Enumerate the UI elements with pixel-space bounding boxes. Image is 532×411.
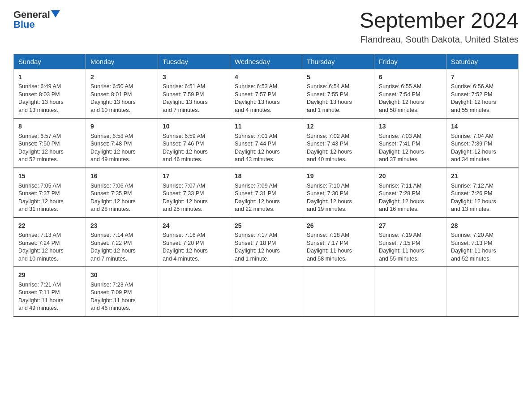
calendar-cell: 16Sunrise: 7:06 AMSunset: 7:35 PMDayligh… [86, 168, 158, 218]
calendar-cell: 27Sunrise: 7:19 AMSunset: 7:15 PMDayligh… [374, 218, 446, 267]
calendar-cell: 28Sunrise: 7:20 AMSunset: 7:13 PMDayligh… [446, 218, 519, 267]
calendar-cell: 4Sunrise: 6:53 AMSunset: 7:57 PMDaylight… [230, 69, 302, 118]
logo: General Blue [13, 9, 60, 30]
week-row-3: 15Sunrise: 7:05 AMSunset: 7:37 PMDayligh… [14, 168, 519, 218]
page-title: September 2024 [360, 9, 519, 33]
calendar-cell [158, 267, 230, 317]
logo-blue-text: Blue [13, 19, 35, 30]
header-wednesday: Wednesday [230, 54, 302, 69]
calendar-cell: 19Sunrise: 7:10 AMSunset: 7:30 PMDayligh… [302, 168, 374, 218]
calendar-cell: 21Sunrise: 7:12 AMSunset: 7:26 PMDayligh… [446, 168, 519, 218]
calendar-cell: 1Sunrise: 6:49 AMSunset: 8:03 PMDaylight… [14, 69, 86, 118]
calendar-table: Sunday Monday Tuesday Wednesday Thursday… [13, 54, 519, 317]
week-row-2: 8Sunrise: 6:57 AMSunset: 7:50 PMDaylight… [14, 118, 519, 168]
day-info: Sunrise: 7:20 AMSunset: 7:13 PMDaylight:… [451, 231, 514, 263]
day-number: 16 [90, 172, 153, 181]
calendar-cell: 3Sunrise: 6:51 AMSunset: 7:59 PMDaylight… [158, 69, 230, 118]
day-number: 5 [307, 73, 369, 82]
day-number: 3 [163, 73, 225, 82]
calendar-cell [446, 267, 519, 317]
calendar-cell: 8Sunrise: 6:57 AMSunset: 7:50 PMDaylight… [14, 118, 86, 168]
week-row-1: 1Sunrise: 6:49 AMSunset: 8:03 PMDaylight… [14, 69, 519, 118]
day-number: 10 [163, 122, 225, 131]
calendar-cell: 14Sunrise: 7:04 AMSunset: 7:39 PMDayligh… [446, 118, 519, 168]
calendar-cell: 2Sunrise: 6:50 AMSunset: 8:01 PMDaylight… [86, 69, 158, 118]
calendar-cell [374, 267, 446, 317]
header-saturday: Saturday [446, 54, 519, 69]
day-number: 18 [235, 172, 297, 181]
day-number: 9 [90, 122, 153, 131]
calendar-cell: 30Sunrise: 7:23 AMSunset: 7:09 PMDayligh… [86, 267, 158, 317]
calendar-cell: 5Sunrise: 6:54 AMSunset: 7:55 PMDaylight… [302, 69, 374, 118]
day-info: Sunrise: 7:11 AMSunset: 7:28 PMDaylight:… [379, 182, 442, 214]
day-info: Sunrise: 7:18 AMSunset: 7:17 PMDaylight:… [307, 231, 369, 263]
logo-triangle-icon [51, 10, 60, 17]
calendar-cell: 7Sunrise: 6:56 AMSunset: 7:52 PMDaylight… [446, 69, 519, 118]
calendar-cell: 25Sunrise: 7:17 AMSunset: 7:18 PMDayligh… [230, 218, 302, 267]
day-info: Sunrise: 7:01 AMSunset: 7:44 PMDaylight:… [235, 133, 297, 164]
calendar-cell: 20Sunrise: 7:11 AMSunset: 7:28 PMDayligh… [374, 168, 446, 218]
page-subtitle: Flandreau, South Dakota, United States [360, 34, 519, 45]
day-info: Sunrise: 7:13 AMSunset: 7:24 PMDaylight:… [18, 231, 81, 263]
day-info: Sunrise: 6:55 AMSunset: 7:54 PMDaylight:… [379, 83, 442, 114]
calendar-cell: 6Sunrise: 6:55 AMSunset: 7:54 PMDaylight… [374, 69, 446, 118]
calendar-cell: 10Sunrise: 6:59 AMSunset: 7:46 PMDayligh… [158, 118, 230, 168]
header-thursday: Thursday [302, 54, 374, 69]
calendar-cell: 12Sunrise: 7:02 AMSunset: 7:43 PMDayligh… [302, 118, 374, 168]
calendar-cell: 22Sunrise: 7:13 AMSunset: 7:24 PMDayligh… [14, 218, 86, 267]
day-info: Sunrise: 6:51 AMSunset: 7:59 PMDaylight:… [163, 83, 225, 114]
day-info: Sunrise: 7:14 AMSunset: 7:22 PMDaylight:… [90, 231, 153, 263]
calendar-cell: 29Sunrise: 7:21 AMSunset: 7:11 PMDayligh… [14, 267, 86, 317]
day-info: Sunrise: 7:12 AMSunset: 7:26 PMDaylight:… [451, 182, 514, 214]
day-number: 14 [451, 122, 514, 131]
day-info: Sunrise: 6:58 AMSunset: 7:48 PMDaylight:… [90, 133, 153, 164]
day-info: Sunrise: 7:02 AMSunset: 7:43 PMDaylight:… [307, 133, 369, 164]
day-number: 27 [379, 222, 442, 231]
calendar-cell [230, 267, 302, 317]
day-info: Sunrise: 6:54 AMSunset: 7:55 PMDaylight:… [307, 83, 369, 114]
calendar-cell: 9Sunrise: 6:58 AMSunset: 7:48 PMDaylight… [86, 118, 158, 168]
day-info: Sunrise: 7:05 AMSunset: 7:37 PMDaylight:… [18, 182, 81, 214]
day-number: 20 [379, 172, 442, 181]
day-info: Sunrise: 7:16 AMSunset: 7:20 PMDaylight:… [163, 231, 225, 263]
day-number: 19 [307, 172, 369, 181]
day-info: Sunrise: 7:10 AMSunset: 7:30 PMDaylight:… [307, 182, 369, 214]
day-info: Sunrise: 7:06 AMSunset: 7:35 PMDaylight:… [90, 182, 153, 214]
day-info: Sunrise: 6:59 AMSunset: 7:46 PMDaylight:… [163, 133, 225, 164]
day-info: Sunrise: 7:17 AMSunset: 7:18 PMDaylight:… [235, 231, 297, 263]
day-info: Sunrise: 6:50 AMSunset: 8:01 PMDaylight:… [90, 83, 153, 114]
day-number: 29 [18, 271, 81, 280]
calendar-cell: 15Sunrise: 7:05 AMSunset: 7:37 PMDayligh… [14, 168, 86, 218]
week-row-5: 29Sunrise: 7:21 AMSunset: 7:11 PMDayligh… [14, 267, 519, 317]
day-info: Sunrise: 6:56 AMSunset: 7:52 PMDaylight:… [451, 83, 514, 114]
week-row-4: 22Sunrise: 7:13 AMSunset: 7:24 PMDayligh… [14, 218, 519, 267]
day-info: Sunrise: 6:49 AMSunset: 8:03 PMDaylight:… [18, 83, 81, 114]
day-number: 1 [18, 73, 81, 82]
calendar-cell: 26Sunrise: 7:18 AMSunset: 7:17 PMDayligh… [302, 218, 374, 267]
day-info: Sunrise: 7:19 AMSunset: 7:15 PMDaylight:… [379, 231, 442, 263]
calendar-cell [302, 267, 374, 317]
day-info: Sunrise: 7:07 AMSunset: 7:33 PMDaylight:… [163, 182, 225, 214]
day-number: 30 [90, 271, 153, 280]
day-info: Sunrise: 7:09 AMSunset: 7:31 PMDaylight:… [235, 182, 297, 214]
day-number: 8 [18, 122, 81, 131]
day-number: 17 [163, 172, 225, 181]
calendar-cell: 13Sunrise: 7:03 AMSunset: 7:41 PMDayligh… [374, 118, 446, 168]
day-info: Sunrise: 7:04 AMSunset: 7:39 PMDaylight:… [451, 133, 514, 164]
day-number: 15 [18, 172, 81, 181]
day-number: 7 [451, 73, 514, 82]
day-number: 26 [307, 222, 369, 231]
day-number: 6 [379, 73, 442, 82]
day-number: 21 [451, 172, 514, 181]
day-info: Sunrise: 7:03 AMSunset: 7:41 PMDaylight:… [379, 133, 442, 164]
page-header: General Blue September 2024 Flandreau, S… [13, 9, 519, 45]
day-info: Sunrise: 6:57 AMSunset: 7:50 PMDaylight:… [18, 133, 81, 164]
day-number: 12 [307, 122, 369, 131]
day-number: 11 [235, 122, 297, 131]
calendar-cell: 17Sunrise: 7:07 AMSunset: 7:33 PMDayligh… [158, 168, 230, 218]
day-number: 28 [451, 222, 514, 231]
day-info: Sunrise: 7:23 AMSunset: 7:09 PMDaylight:… [90, 281, 153, 313]
calendar-cell: 18Sunrise: 7:09 AMSunset: 7:31 PMDayligh… [230, 168, 302, 218]
day-number: 22 [18, 222, 81, 231]
calendar-header-row: Sunday Monday Tuesday Wednesday Thursday… [14, 54, 519, 69]
